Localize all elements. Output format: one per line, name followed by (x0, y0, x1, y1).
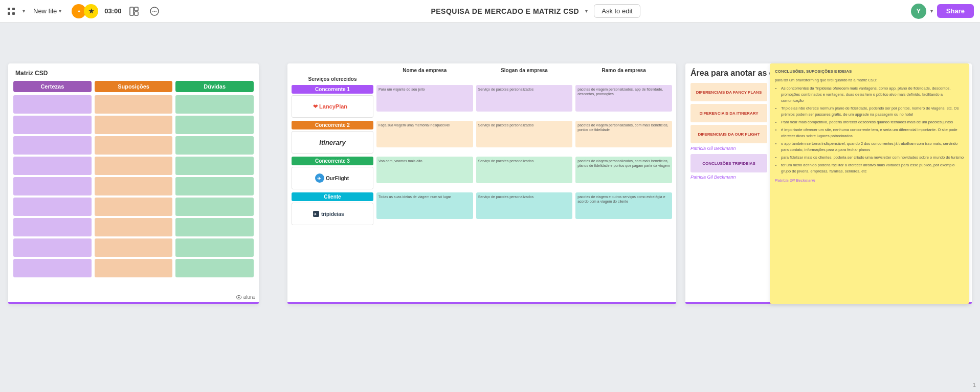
svg-rect-2 (8, 12, 10, 15)
suposicoes-sticky-8 (95, 238, 173, 257)
svg-rect-8 (135, 12, 138, 15)
suposicoes-sticky-4 (95, 157, 173, 175)
c1-slogan: Para um viajante do seu jeito (376, 85, 473, 112)
new-file-label: New file (33, 7, 57, 15)
certezas-sticky-5 (13, 177, 92, 195)
conclusoes-label: CONCLUSÕES TRIPIDEIAS (691, 154, 767, 172)
certezas-sticky-8 (13, 238, 92, 257)
document-title: PESQUISA DE MERCADO E MATRIZ CSD (431, 7, 579, 15)
yellow-intro: para ter um brainstorming que tirei quan… (775, 77, 964, 83)
svg-text:tripideias: tripideias (321, 211, 344, 217)
svg-rect-3 (12, 12, 15, 15)
svg-text:❤ LancyPlan: ❤ LancyPlan (313, 103, 347, 110)
duvidas-sticky-5 (175, 177, 254, 195)
c2-slogan: Faça sua viagem uma memória inesquecível (376, 121, 473, 147)
doc-title-chevron: ▾ (585, 8, 588, 14)
client-ramo: Serviço de pacotes personalizados (476, 192, 573, 219)
c2-servicos: pacotes de viagem personalizados, com ma… (575, 121, 672, 147)
svg-point-11 (154, 11, 155, 12)
badge-client: Cliente (292, 192, 373, 201)
yellow-author: Patricia Gil Beckmann (775, 178, 964, 184)
suposicoes-header: Suposições (95, 81, 173, 92)
share-button[interactable]: Share (937, 4, 974, 18)
duvidas-column: Dúvidas (175, 81, 254, 296)
ask-edit-label: Ask to edit (602, 7, 633, 15)
yellow-notes-title: CONCLUSÕES, SUPOSIÇÕES E IDEIAS (775, 69, 964, 75)
client-slogan: Todas as suas ideias de viagem num só lu… (376, 192, 473, 219)
yellow-item-5: o app também se torna indispensável, qua… (781, 141, 964, 153)
diff-fancy-label: DIFERENCIAIS DA FANCY PLANS (691, 83, 767, 101)
duvidas-sticky-3 (175, 136, 254, 155)
duvidas-sticky-8 (175, 238, 254, 257)
chat-button[interactable] (146, 3, 163, 19)
col-header-nome: Nome da empresa (376, 68, 473, 73)
c3-servicos: pacotes de viagem personalizados, com ma… (575, 157, 672, 183)
toolbar: ▾ New file ▾ ✦ ★ 03:00 (0, 0, 980, 23)
frame2-bar (287, 302, 676, 304)
duvidas-sticky-6 (175, 198, 254, 216)
certezas-sticky-1 (13, 95, 92, 114)
layout-button[interactable] (126, 3, 142, 19)
logo-ourflight: ✈ OurFlight (292, 167, 373, 189)
research-row-2: Concorrente 2 Itinerary Faça sua viagem … (292, 121, 672, 154)
suposicoes-sticky-2 (95, 116, 173, 134)
research-row-1: Concorrente 1 ❤ LancyPlan Para um viajan… (292, 85, 672, 118)
certezas-column: Certezas (13, 81, 92, 296)
svg-point-14 (238, 296, 239, 298)
yellow-notes-panel: CONCLUSÕES, SUPOSIÇÕES E IDEIAS para ter… (770, 63, 969, 304)
badge-c2: Concorrente 2 (292, 121, 373, 129)
diff-itinerary-label: DIFERENCIAIS DA ITINERARY (691, 104, 767, 122)
suposicoes-sticky-3 (95, 136, 173, 155)
grid-chevron: ▾ (23, 8, 25, 14)
logo-tripideias: ✈ tripideias (292, 203, 373, 225)
svg-rect-1 (12, 8, 15, 10)
svg-rect-6 (130, 7, 133, 15)
certezas-header: Certezas (13, 81, 92, 92)
certezas-sticky-9 (13, 259, 92, 277)
certezas-sticky-3 (13, 136, 92, 155)
badge-c3: Concorrente 3 (292, 157, 373, 165)
timer-display: 03:00 (104, 7, 121, 15)
svg-text:✦: ✦ (77, 9, 81, 14)
new-file-chevron: ▾ (59, 8, 61, 14)
svg-rect-7 (135, 7, 138, 11)
col-header-ramo: Ramo da empresa (575, 68, 672, 73)
duvidas-sticky-4 (175, 157, 254, 175)
c3-slogan: Voa com, voamos mais alto (376, 157, 473, 183)
col-header-slogan: Slogan da empresa (476, 68, 573, 73)
yellow-items: As concorrentes da Tripideias oferecem m… (775, 85, 964, 175)
client-servicos: pacotes de viagem e outros serviços como… (575, 192, 672, 219)
viewer-label-1: alura (243, 294, 255, 300)
svg-point-12 (155, 11, 157, 12)
col-header-servicos: Serviços oferecidos (292, 76, 373, 82)
col-header-empty (292, 68, 373, 73)
ask-to-edit-button[interactable]: Ask to edit (594, 4, 640, 18)
yellow-item-4: é importante oferecer um site, nenhuma c… (781, 127, 964, 139)
frame-matriz-csd: Matriz CSD Certezas Suposições (8, 63, 259, 304)
duvidas-sticky-2 (175, 116, 254, 134)
user-initial: Y (917, 7, 921, 15)
canvas[interactable]: Matriz CSD Certezas Suposições (0, 23, 980, 392)
yellow-item-2: Tripideias não oferece nenhum plano de f… (781, 105, 964, 118)
logo-itinerary: Itinerary (292, 131, 373, 154)
frame-competitor-research: Nome da empresa Slogan da empresa Ramo d… (287, 63, 676, 304)
badge-c1: Concorrente 1 (292, 85, 373, 94)
user-chevron: ▾ (930, 8, 933, 14)
yellow-item-7: ter um nicho definido poderia facilitar … (781, 162, 964, 175)
certezas-sticky-7 (13, 218, 92, 236)
svg-text:✈: ✈ (314, 212, 317, 216)
suposicoes-sticky-5 (95, 177, 173, 195)
svg-point-10 (152, 11, 153, 12)
suposicoes-sticky-6 (95, 198, 173, 216)
certezas-sticky-4 (13, 157, 92, 175)
duvidas-sticky-1 (175, 95, 254, 114)
c1-ramo: Serviço de pacotes personalizados (476, 85, 573, 112)
duvidas-sticky-7 (175, 218, 254, 236)
grid-menu-button[interactable] (4, 4, 18, 18)
new-file-button[interactable]: New file ▾ (29, 5, 65, 17)
research-table-headers: Nome da empresa Slogan da empresa Ramo d… (292, 68, 672, 82)
suposicoes-sticky-1 (95, 95, 173, 114)
logo-lancy: ❤ LancyPlan (292, 95, 373, 118)
csd-title: Matriz CSD (15, 70, 259, 77)
yellow-item-3: Para ficar mais competitivo, poderia ofe… (781, 119, 964, 125)
